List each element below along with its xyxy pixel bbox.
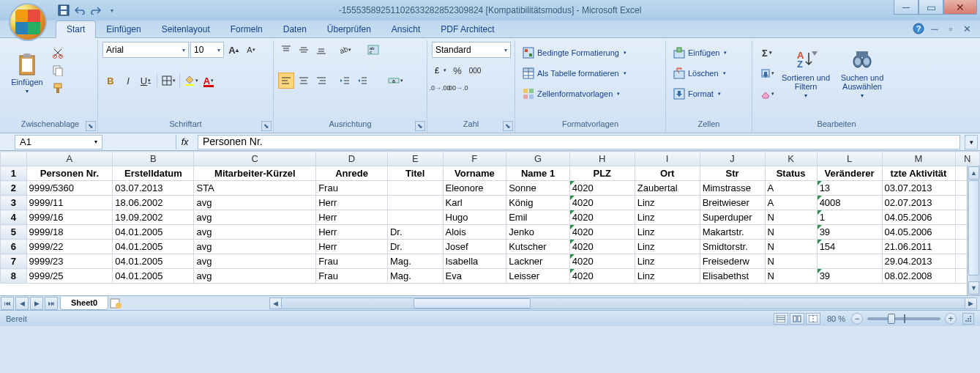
cell[interactable]: 9999/25 <box>26 269 113 284</box>
autosum-icon[interactable]: Σ▾ <box>757 45 777 61</box>
cell[interactable]: Linz <box>635 225 700 240</box>
cell[interactable]: 03.07.2013 <box>113 181 194 196</box>
conditional-formatting-button[interactable]: Bedingte Formatierung▾ <box>520 45 629 61</box>
cell[interactable]: Jenko <box>506 225 570 240</box>
cell[interactable]: 9999/22 <box>26 240 113 254</box>
sheet-tab[interactable]: Sheet0 <box>60 297 108 310</box>
cell[interactable]: A <box>765 181 817 196</box>
cell[interactable]: 21.06.2011 <box>882 240 955 254</box>
font-color-icon[interactable]: A▾ <box>201 73 217 89</box>
scroll-right-icon[interactable]: ▶ <box>965 298 976 309</box>
row-header[interactable]: 7 <box>1 254 27 269</box>
row-header[interactable]: 8 <box>1 269 27 284</box>
cell[interactable]: Frau <box>316 181 388 196</box>
tab-ueberpruefen[interactable]: Überprüfen <box>317 21 381 37</box>
cell[interactable]: 08.02.2008 <box>882 269 955 284</box>
undo-icon[interactable] <box>73 4 86 17</box>
cell[interactable]: PLZ <box>569 166 635 181</box>
cell[interactable]: Linz <box>635 196 700 210</box>
alignment-launcher-icon[interactable]: ⬊ <box>415 121 425 131</box>
col-header[interactable]: C <box>194 152 316 166</box>
align-middle-icon[interactable] <box>296 42 312 58</box>
cell[interactable]: König <box>506 196 570 210</box>
number-format-combo[interactable]: Standard▾ <box>432 42 511 58</box>
cell[interactable]: Linz <box>635 269 700 284</box>
cell[interactable]: 04.01.2005 <box>113 254 194 269</box>
row-header[interactable]: 2 <box>1 181 27 196</box>
cell[interactable]: Herr <box>316 225 388 240</box>
cell[interactable] <box>387 181 443 196</box>
clipboard-launcher-icon[interactable]: ⬊ <box>86 121 96 131</box>
cell[interactable]: Smidtorstr. <box>700 240 765 254</box>
cell[interactable]: Linz <box>635 254 700 269</box>
percent-icon[interactable]: % <box>449 62 465 78</box>
cell[interactable]: Mag. <box>387 269 443 284</box>
cell[interactable]: 9999/16 <box>26 210 113 225</box>
cell[interactable]: Herr <box>316 240 388 254</box>
cell[interactable]: tzte Aktivität <box>882 166 955 181</box>
tab-einfuegen[interactable]: Einfügen <box>96 21 151 37</box>
redo-icon[interactable] <box>89 4 102 17</box>
cell[interactable]: 04.05.2006 <box>882 210 955 225</box>
col-header[interactable]: J <box>700 152 765 166</box>
increase-decimal-icon[interactable]: .0→.00 <box>432 80 448 96</box>
cell[interactable]: Linz <box>635 210 700 225</box>
paste-button[interactable]: Einfügen ▾ <box>7 42 47 105</box>
page-break-view-icon[interactable] <box>806 313 820 325</box>
horizontal-scrollbar[interactable]: ◀ ▶ <box>269 298 977 309</box>
cell[interactable]: Josef <box>443 240 506 254</box>
tab-daten[interactable]: Daten <box>273 21 317 37</box>
tab-next-icon[interactable]: ▶ <box>30 297 43 310</box>
col-header[interactable]: I <box>635 152 700 166</box>
scroll-up-icon[interactable]: ▲ <box>968 166 979 180</box>
cell[interactable]: 03.07.2013 <box>882 181 955 196</box>
col-header[interactable]: K <box>765 152 817 166</box>
cell[interactable]: avg <box>194 240 316 254</box>
tab-last-icon[interactable]: ⏭ <box>45 297 58 310</box>
cell[interactable]: Hugo <box>443 210 506 225</box>
cell[interactable]: 04.01.2005 <box>113 240 194 254</box>
cell[interactable] <box>817 254 882 269</box>
cell[interactable]: N <box>765 225 817 240</box>
cell[interactable]: Veränderer <box>817 166 882 181</box>
cell[interactable]: Alois <box>443 225 506 240</box>
col-header[interactable]: F <box>443 152 506 166</box>
cell[interactable]: 9999/11 <box>26 196 113 210</box>
cell-styles-button[interactable]: Zellenformatvorlagen▾ <box>520 86 623 102</box>
shrink-font-icon[interactable]: A▾ <box>243 42 259 58</box>
decrease-decimal-icon[interactable]: .00→.0 <box>449 80 465 96</box>
cell[interactable]: Elisabethst <box>700 269 765 284</box>
resize-grip-icon[interactable] <box>962 313 974 325</box>
qat-menu-icon[interactable]: ▾ <box>105 4 119 17</box>
cell[interactable]: avg <box>194 269 316 284</box>
tab-start[interactable]: Start <box>56 21 96 38</box>
accounting-icon[interactable]: ₤▾ <box>432 62 448 78</box>
cell[interactable]: N <box>765 240 817 254</box>
clear-icon[interactable]: ▾ <box>757 86 777 102</box>
cell[interactable]: Name 1 <box>506 166 570 181</box>
align-center-icon[interactable] <box>296 73 312 89</box>
cell[interactable]: 4020 <box>569 269 635 284</box>
normal-view-icon[interactable] <box>774 313 788 325</box>
align-top-icon[interactable] <box>278 42 294 58</box>
cell[interactable]: Dr. <box>387 225 443 240</box>
tab-prev-icon[interactable]: ◀ <box>15 297 29 310</box>
cell[interactable]: Sonne <box>506 181 570 196</box>
cell[interactable]: 9999/23 <box>26 254 113 269</box>
cell[interactable]: Freisederw <box>700 254 765 269</box>
tab-formeln[interactable]: Formeln <box>220 21 273 37</box>
col-header[interactable]: L <box>817 152 882 166</box>
cell[interactable]: 04.01.2005 <box>113 269 194 284</box>
italic-icon[interactable]: I <box>120 73 136 89</box>
cell[interactable]: 13 <box>817 181 882 196</box>
maximize-button[interactable]: ▭ <box>919 0 943 15</box>
cell[interactable]: avg <box>194 196 316 210</box>
cell[interactable]: Herr <box>316 196 388 210</box>
cell[interactable]: Superduper <box>700 210 765 225</box>
cell[interactable]: 39 <box>817 225 882 240</box>
vertical-scrollbar[interactable]: ▲ ▼ <box>967 166 980 295</box>
cell[interactable]: 39 <box>817 269 882 284</box>
cell[interactable]: 29.04.2013 <box>882 254 955 269</box>
cell[interactable]: Dr. <box>387 240 443 254</box>
zoom-out-icon[interactable]: − <box>851 313 863 325</box>
